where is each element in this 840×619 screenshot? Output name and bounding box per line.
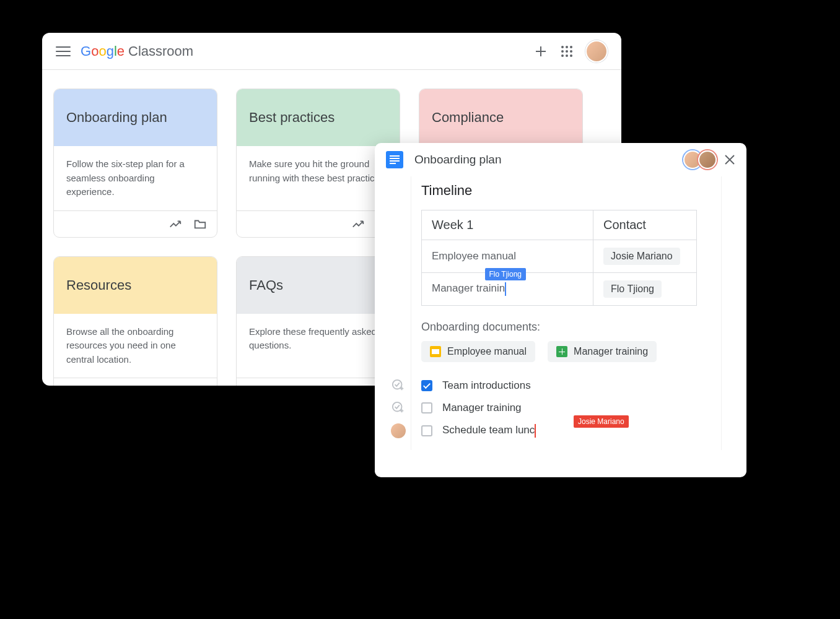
doc-chips: Employee manual Manager training: [421, 341, 722, 362]
cursor-tag-blue: Flo Tjiong: [485, 268, 526, 280]
checkbox[interactable]: [421, 425, 432, 436]
add-check-icon: [392, 401, 405, 415]
checklist-label: Schedule team lunc: [442, 424, 536, 438]
row-avatar-icon: [391, 423, 406, 438]
svg-point-1: [393, 402, 402, 412]
folder-icon[interactable]: [193, 217, 207, 231]
card-desc: Follow the six-step plan for a seamless …: [54, 146, 217, 210]
card-footer: [54, 210, 217, 237]
trending-icon[interactable]: [351, 384, 365, 386]
slides-icon: [430, 346, 441, 357]
table-cell-item[interactable]: Manager trainin Flo Tjiong: [422, 273, 593, 306]
menu-icon[interactable]: [56, 44, 71, 59]
docs-subheading: Onboarding documents:: [421, 321, 722, 334]
table-cell-contact[interactable]: Josie Mariano: [593, 240, 697, 273]
google-classroom-logo: Google Classroom: [81, 43, 193, 59]
class-card-onboarding[interactable]: Onboarding plan Follow the six-step plan…: [53, 89, 217, 238]
collaborator-avatars[interactable]: [687, 150, 717, 169]
app-name: Classroom: [128, 43, 193, 59]
classroom-header: Google Classroom: [42, 33, 621, 70]
card-title: Resources: [54, 257, 217, 314]
timeline-heading: Timeline: [421, 183, 722, 199]
card-title: Onboarding plan: [54, 89, 217, 146]
trending-icon[interactable]: [168, 384, 182, 386]
card-title: Compliance: [419, 89, 582, 146]
checklist: Team introductions Manager training Sche…: [421, 379, 722, 438]
docs-title: Onboarding plan: [414, 153, 502, 167]
checkbox[interactable]: [421, 380, 432, 391]
contact-chip[interactable]: Flo Tjiong: [603, 280, 662, 298]
table-header-contact: Contact: [593, 210, 697, 240]
card-desc: Browse all the onboarding resources you …: [54, 314, 217, 378]
timeline-table: Week 1 Contact Employee manual Josie Mar…: [421, 210, 697, 306]
docs-icon: [386, 151, 403, 168]
table-header-week: Week 1: [422, 210, 593, 240]
checklist-row[interactable]: Manager training: [421, 402, 722, 414]
docs-window: Onboarding plan Timeline Week 1 Contact …: [375, 143, 746, 477]
checklist-row[interactable]: Team introductions: [421, 379, 722, 392]
svg-point-0: [393, 380, 402, 389]
plus-icon[interactable]: [533, 44, 548, 59]
card-title: Best practices: [237, 89, 400, 146]
doc-chip-sheets[interactable]: Manager training: [548, 341, 657, 362]
folder-icon[interactable]: [193, 384, 207, 386]
doc-chip-slides[interactable]: Employee manual: [421, 341, 535, 362]
checklist-label: Team introductions: [442, 379, 531, 392]
card-footer: [54, 378, 217, 386]
checklist-label: Manager training: [442, 402, 522, 414]
trending-icon[interactable]: [168, 217, 182, 231]
checklist-row[interactable]: Schedule team lunc Josie Mariano: [421, 424, 722, 438]
cursor-tag-red: Josie Mariano: [574, 415, 629, 428]
sheets-icon: [556, 346, 567, 357]
avatar[interactable]: [585, 40, 608, 63]
contact-chip[interactable]: Josie Mariano: [603, 248, 680, 265]
collaborator-avatar[interactable]: [698, 150, 717, 169]
docs-body[interactable]: Timeline Week 1 Contact Employee manual …: [375, 176, 746, 450]
trending-icon[interactable]: [351, 217, 365, 231]
checkbox[interactable]: [421, 402, 432, 413]
class-card-resources[interactable]: Resources Browse all the onboarding reso…: [53, 256, 217, 386]
docs-header: Onboarding plan: [375, 143, 746, 176]
table-cell-contact[interactable]: Flo Tjiong: [593, 273, 697, 306]
close-icon[interactable]: [724, 154, 735, 165]
apps-icon[interactable]: [559, 44, 574, 59]
add-check-icon: [392, 379, 405, 392]
